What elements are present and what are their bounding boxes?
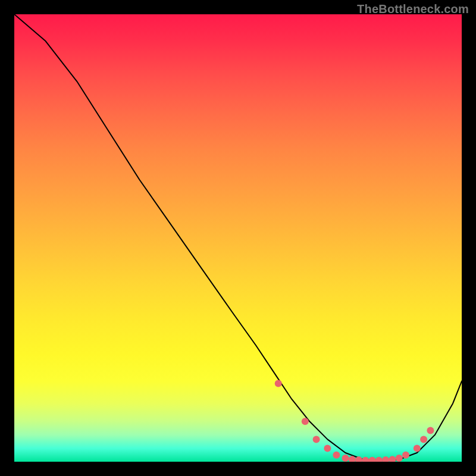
curve-marker (402, 452, 409, 459)
curve-marker (414, 444, 421, 452)
chart-overlay (14, 14, 462, 462)
curve-marker (333, 452, 340, 459)
curve-marker (324, 444, 331, 452)
curve-marker (362, 457, 369, 462)
curve-markers (275, 380, 434, 462)
curve-marker (369, 457, 376, 462)
curve-marker (275, 380, 282, 387)
plot-area (14, 14, 462, 462)
curve-marker (302, 418, 309, 425)
curve-marker (396, 455, 403, 462)
curve-marker (382, 456, 389, 462)
curve-marker (375, 457, 383, 462)
curve-marker (342, 455, 349, 462)
bottleneck-curve (14, 14, 462, 461)
curve-marker (389, 456, 396, 462)
curve-marker (420, 436, 427, 443)
chart-stage: TheBottleneck.com (0, 0, 476, 476)
curve-marker (313, 436, 320, 443)
curve-marker (427, 427, 434, 434)
